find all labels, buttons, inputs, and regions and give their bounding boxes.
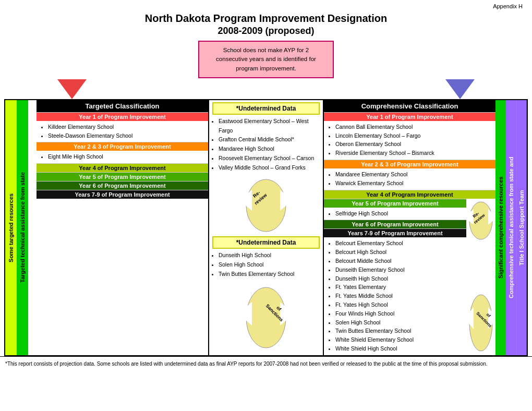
undetermined-header-1: *Undetermined Data (212, 102, 320, 115)
ayp-box: School does not make AYP for 2 consecuti… (198, 41, 334, 78)
list-item: Oberon Elementary School (335, 140, 491, 149)
list-item: Ft. Yates Middle School (335, 292, 462, 300)
list-item: White Shield Elementary School (335, 335, 462, 344)
comp-rereview-svg: Re- review (467, 200, 494, 241)
targeted-column: Targeted Classification Year 1 of Progra… (37, 100, 209, 355)
list-item: Riverside Elementary School – Bismarck (335, 149, 491, 158)
list-item: Mandaree Elementary School (335, 170, 491, 179)
comp-year1-schools: Cannon Ball Elementary SchoolLincoln Ele… (324, 121, 495, 160)
targeted-year23-schools: Eight Mile High School (37, 151, 208, 163)
appendix-label: Appendix H (0, 0, 532, 10)
comp-assistance-label: Comprehensive technical assistance from … (506, 100, 516, 355)
list-item: Roosevelt Elementary School – Carson (219, 154, 319, 163)
targeted-year5-label: Year 5 of Program Improvement (37, 172, 208, 181)
comp-year6-label: Year 6 of Program Improvement (324, 220, 466, 228)
targeted-year23-label: Year 2 & 3 of Program Improvement (37, 142, 208, 151)
list-item: Ft. Yates High School (335, 300, 462, 309)
left-labels-area: Some targeted resources Targeted technic… (5, 100, 37, 355)
comp-sanctions-svg: of Sanctions (467, 292, 494, 354)
comp-year79-label: Years 7-9 of Program Improvement (324, 228, 466, 237)
list-item: Dunseith High School (219, 251, 319, 260)
targeted-year6-label: Year 6 of Program Improvement (37, 181, 208, 190)
title1-support-label: Title I School Support Team (516, 100, 527, 355)
comp-year5-label: Year 5 of Program Improvement (324, 199, 466, 208)
list-item: Solen High School (219, 260, 319, 270)
list-item: Warwick Elementary School (335, 179, 491, 188)
list-item: Steele-Dawson Elementary School (48, 131, 204, 140)
comp-year79-schools: Belcourt Elementary SchoolBelcourt High … (324, 237, 466, 355)
list-item: Solen High School (335, 318, 462, 327)
list-item: Grafton Central Middle School* (219, 135, 319, 144)
comprehensive-column: Comprehensive Classification Year 1 of P… (324, 100, 495, 355)
undetermined-header-2: *Undetermined Data (212, 236, 320, 249)
rereview-shape: Re- review (243, 177, 289, 234)
list-item: Valley Middle School – Grand Forks (219, 163, 319, 173)
comp-year4-label: Year 4 of Program Improvement (324, 190, 495, 199)
list-item: Dunseith High School (335, 274, 462, 283)
sanctions-svg: of Sanctions (243, 284, 289, 352)
list-item: Eastwood Elementary School – West Fargo (219, 117, 319, 136)
footnote: *This report consists of projection data… (0, 356, 532, 371)
list-item: Cannon Ball Elementary School (335, 123, 491, 131)
list-item: Twin Buttes Elementary School (335, 327, 462, 335)
list-item: Belcourt High School (335, 248, 462, 257)
list-item: White Shield High School (335, 344, 462, 353)
list-item: Eight Mile High School (48, 152, 204, 161)
list-item: Lincoln Elementary School – Fargo (335, 131, 491, 140)
arrow-left (57, 79, 87, 99)
undetermined-schools-2: Dunseith High SchoolSolen High SchoolTwi… (209, 250, 323, 280)
sub-title: 2008-2009 (proposed) (0, 26, 532, 37)
comp-header: Comprehensive Classification (324, 100, 495, 112)
rereview-svg: Re- review (243, 177, 289, 234)
list-item: Selfridge High School (335, 209, 462, 218)
comp-sanctions: of Sanctions (467, 292, 494, 355)
targeted-assistance-label: Targeted technical assistance from state (17, 100, 28, 355)
list-item: Ft. Yates Elementary (335, 283, 462, 292)
main-title: North Dakota Program Improvement Designa… (0, 10, 532, 25)
targeted-year79-label: Years 7-9 of Program Improvement (37, 190, 208, 199)
middle-column: *Undetermined Data Eastwood Elementary S… (209, 100, 324, 355)
arrow-right (445, 79, 475, 99)
svg-point-0 (246, 179, 286, 232)
targeted-year4-label: Year 4 of Program Improvement (37, 163, 208, 172)
list-item: Mandaree High School (219, 144, 319, 154)
comp-year1-label: Year 1 of Program Improvement (324, 112, 495, 121)
comp-year23-label: Year 2 & 3 of Program Improvement (324, 160, 495, 168)
list-item: Four Winds High School (335, 309, 462, 318)
right-labels-area: Significant comprehensive resources Comp… (495, 100, 527, 355)
list-item: Killdeer Elementary School (48, 123, 204, 131)
list-item: Twin Buttes Elementary School (219, 270, 319, 279)
targeted-resources-label: Some targeted resources (5, 100, 17, 355)
targeted-year1-schools: Killdeer Elementary SchoolSteele-Dawson … (37, 121, 208, 142)
targeted-header: Targeted Classification (37, 100, 208, 112)
targeted-year1-label: Year 1 of Program Improvement (37, 112, 208, 121)
list-item: Belcourt Middle School (335, 257, 462, 265)
comp-rereview: Re- review (467, 200, 494, 243)
sanctions-shape: of Sanctions (243, 280, 289, 355)
list-item: Belcourt Elementary School (335, 239, 462, 248)
comp-year23-schools: Mandaree Elementary SchoolWarwick Elemen… (324, 168, 495, 190)
comp-resources-label: Significant comprehensive resources (495, 100, 506, 355)
list-item: Dunseith Elementary School (335, 265, 462, 274)
comp-year5-schools: Selfridge High School (324, 208, 466, 220)
undetermined-schools-1: Eastwood Elementary School – West FargoG… (209, 116, 323, 174)
